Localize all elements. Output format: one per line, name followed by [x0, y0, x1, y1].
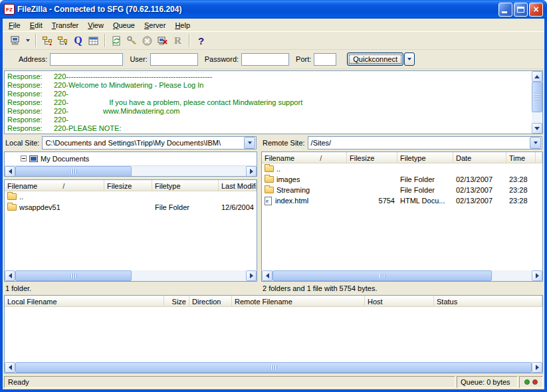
- disconnect-button[interactable]: [155, 33, 170, 49]
- reconnect-button[interactable]: R: [170, 33, 185, 49]
- column-clipped[interactable]: [536, 152, 542, 163]
- abort-button[interactable]: [140, 33, 155, 49]
- menu-edit[interactable]: Edit: [25, 20, 47, 31]
- scroll-left-button[interactable]: [262, 270, 273, 281]
- scroll-down-button[interactable]: [532, 123, 542, 134]
- tree-expander-icon[interactable]: [21, 155, 27, 161]
- column-host[interactable]: Host: [365, 296, 434, 307]
- tree-item-my-documents[interactable]: My Documents: [5, 152, 257, 165]
- scroll-right-button[interactable]: [532, 362, 542, 373]
- column-filename[interactable]: Filename/: [5, 180, 104, 191]
- scroll-thumb[interactable]: [273, 270, 492, 281]
- menu-queue[interactable]: Queue: [108, 20, 140, 31]
- scroll-left-button[interactable]: [5, 270, 15, 281]
- column-remote-filename[interactable]: Remote Filename: [232, 296, 365, 307]
- scroll-thumb[interactable]: [15, 270, 132, 281]
- column-filesize[interactable]: Filesize: [347, 152, 397, 163]
- window-title: FileZilla - Connected to SFG (70.62.116.…: [17, 5, 497, 14]
- column-direction[interactable]: Direction: [189, 296, 232, 307]
- folder-icon: [265, 187, 274, 193]
- log-line: Response:220-Welcome to Mindwatering - P…: [7, 81, 531, 90]
- tree-item-label: My Documents: [41, 155, 89, 163]
- toggle-remote-tree-button[interactable]: [55, 33, 70, 49]
- column-status[interactable]: Status: [434, 296, 542, 307]
- scroll-left-button[interactable]: [5, 362, 15, 373]
- address-input[interactable]: [50, 53, 123, 66]
- column-filename[interactable]: Filename/: [262, 152, 347, 163]
- file-row-images[interactable]: images File Folder 02/13/2007 23:28: [262, 174, 542, 185]
- local-site-combo[interactable]: C:\Documents and Settings\Tripp\My Docum…: [42, 136, 257, 149]
- key-button[interactable]: [124, 33, 140, 49]
- file-row-wsappdev51[interactable]: wsappdev51 File Folder 12/6/2004: [5, 202, 257, 213]
- column-size[interactable]: Size: [164, 296, 189, 307]
- file-row-parent-dir[interactable]: ..: [262, 163, 542, 174]
- help-button[interactable]: ?: [193, 33, 209, 49]
- site-manager-button[interactable]: [8, 33, 23, 49]
- minimize-button[interactable]: [498, 3, 512, 17]
- log-line: Response:220-Use of this private network…: [7, 133, 531, 134]
- user-input[interactable]: [150, 53, 198, 66]
- password-label: Password:: [205, 55, 239, 63]
- column-filetype[interactable]: Filetype: [397, 152, 453, 163]
- scroll-thumb[interactable]: [15, 166, 132, 177]
- scroll-thumb[interactable]: [15, 362, 532, 373]
- menu-help[interactable]: Help: [170, 20, 195, 31]
- user-label: User:: [130, 55, 147, 63]
- toggle-queue-button[interactable]: Q: [70, 33, 86, 49]
- local-file-list: Filename/ Filesize Filetype Last Modifie…: [4, 179, 257, 282]
- column-last-modified[interactable]: Last Modified: [219, 180, 257, 191]
- local-list-header: Filename/ Filesize Filetype Last Modifie…: [5, 180, 257, 191]
- local-path-value: C:\Documents and Settings\Tripp\My Docum…: [43, 139, 243, 147]
- scroll-right-button[interactable]: [246, 270, 257, 281]
- scroll-thumb[interactable]: [532, 82, 542, 112]
- port-input[interactable]: [314, 53, 336, 66]
- column-filetype[interactable]: Filetype: [152, 180, 219, 191]
- quickconnect-dropdown[interactable]: [404, 52, 415, 66]
- local-tree-scrollbar[interactable]: [5, 165, 257, 176]
- remote-site-combo[interactable]: /Sites/: [308, 136, 542, 149]
- remote-site-dropdown[interactable]: [530, 137, 541, 149]
- menu-file[interactable]: File: [4, 20, 25, 31]
- refresh-button[interactable]: [109, 33, 124, 49]
- file-row-parent-dir[interactable]: ..: [5, 191, 257, 202]
- local-directory-tree[interactable]: My Documents: [4, 151, 257, 177]
- title-bar[interactable]: FZ FileZilla - Connected to SFG (70.62.1…: [0, 0, 547, 19]
- scroll-right-button[interactable]: [532, 270, 542, 281]
- log-line: Response:220-: [7, 90, 531, 98]
- column-time[interactable]: Time: [506, 152, 536, 163]
- reconnect-icon: R: [174, 35, 181, 47]
- local-site-dropdown[interactable]: [244, 137, 255, 149]
- local-panel: Local Site: C:\Documents and Settings\Tr…: [4, 136, 257, 294]
- sort-indicator-icon: /: [320, 154, 322, 162]
- key-icon: [126, 35, 138, 47]
- arrow-right-icon: [536, 365, 539, 370]
- menu-transfer[interactable]: Transfer: [47, 20, 84, 31]
- menu-server[interactable]: Server: [140, 20, 170, 31]
- password-input[interactable]: [241, 53, 289, 66]
- local-list-scrollbar[interactable]: [5, 270, 257, 281]
- close-button[interactable]: [529, 3, 543, 17]
- view-grid-button[interactable]: [86, 33, 101, 49]
- toggle-local-tree-button[interactable]: [40, 33, 55, 49]
- quickconnect-button[interactable]: Quickconnect: [347, 52, 403, 66]
- remote-file-list: Filename/ Filesize Filetype Date Time ..: [261, 151, 543, 282]
- queue-list[interactable]: [5, 307, 542, 362]
- log-line: Response:220-: [7, 116, 531, 124]
- menu-view[interactable]: View: [83, 20, 108, 31]
- maximize-button[interactable]: [514, 3, 528, 17]
- column-date[interactable]: Date: [453, 152, 506, 163]
- queue-scrollbar[interactable]: [5, 362, 542, 373]
- column-local-filename[interactable]: Local Filename: [5, 296, 164, 307]
- queue-icon: Q: [74, 35, 82, 47]
- log-scrollbar[interactable]: [532, 71, 542, 134]
- site-manager-dropdown[interactable]: [23, 33, 32, 49]
- local-list-rows: .. wsappdev51 File Folder 12/6/2004: [5, 191, 257, 213]
- message-log: Response:220----------------------------…: [4, 70, 543, 134]
- scroll-up-button[interactable]: [532, 71, 542, 82]
- column-filesize[interactable]: Filesize: [104, 180, 152, 191]
- remote-list-scrollbar[interactable]: [262, 270, 542, 281]
- file-row-streaming[interactable]: Streaming File Folder 02/13/2007 23:28: [262, 185, 542, 195]
- scroll-left-button[interactable]: [5, 166, 15, 177]
- scroll-right-button[interactable]: [246, 166, 257, 177]
- file-row-index-html[interactable]: index.html 5754 HTML Docu... 02/13/2007 …: [262, 195, 542, 206]
